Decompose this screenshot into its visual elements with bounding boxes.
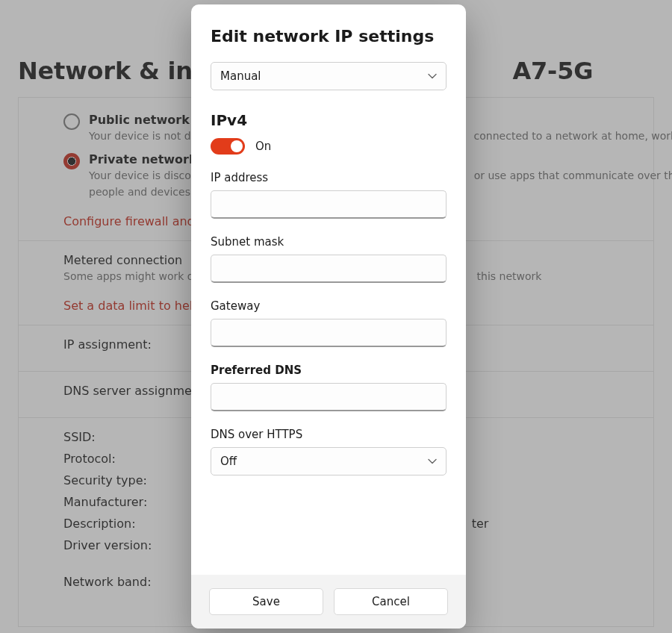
ip-address-field: IP address [211,171,447,219]
dialog-body: Edit network IP settings Manual IPv4 On … [191,4,466,575]
ipv4-toggle-state: On [255,140,271,153]
ip-address-input[interactable] [211,190,447,219]
ipv4-section-label: IPv4 [211,111,447,129]
doh-field: DNS over HTTPS Off [211,428,447,475]
dialog-title: Edit network IP settings [211,27,447,46]
chevron-down-icon [428,72,437,81]
doh-value: Off [220,455,237,468]
chevron-down-icon [428,457,437,466]
gateway-field: Gateway [211,299,447,347]
preferred-dns-label: Preferred DNS [211,364,447,377]
subnet-input[interactable] [211,255,447,283]
ip-mode-value: Manual [220,69,261,83]
doh-label: DNS over HTTPS [211,428,447,441]
doh-select[interactable]: Off [211,447,447,475]
ipv4-toggle-row: On [211,138,447,155]
ip-mode-select[interactable]: Manual [211,62,447,90]
save-button[interactable]: Save [209,588,323,615]
ip-address-label: IP address [211,171,447,184]
subnet-label: Subnet mask [211,235,447,249]
ipv4-toggle[interactable] [211,138,245,155]
preferred-dns-field: Preferred DNS [211,364,447,411]
gateway-input[interactable] [211,319,447,347]
cancel-button[interactable]: Cancel [334,588,448,615]
gateway-label: Gateway [211,299,447,313]
subnet-field: Subnet mask [211,235,447,283]
edit-ip-dialog: Edit network IP settings Manual IPv4 On … [191,4,466,629]
preferred-dns-input[interactable] [211,383,447,411]
dialog-footer: Save Cancel [191,575,466,629]
